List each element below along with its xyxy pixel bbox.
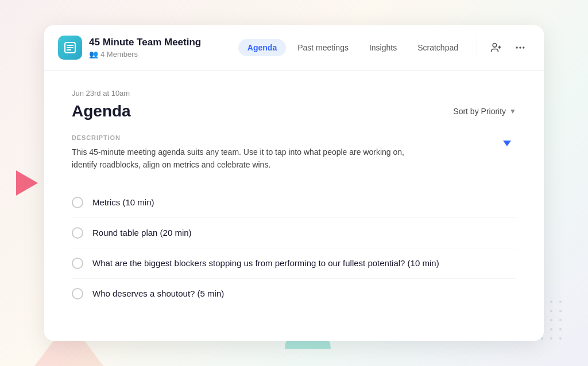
description-label: DESCRIPTION — [72, 134, 516, 141]
svg-point-4 — [493, 44, 497, 48]
members-icon: 👥 — [89, 50, 98, 59]
agenda-item-4[interactable]: Who deserves a shoutout? (5 min) — [72, 279, 516, 309]
svg-point-8 — [519, 46, 521, 48]
tab-scratchpad[interactable]: Scratchpad — [408, 39, 467, 56]
item-label-3: What are the biggest blockers stopping u… — [92, 258, 439, 268]
svg-point-7 — [516, 46, 518, 48]
play-icon — [16, 170, 38, 196]
meeting-members: 👥 4 Members — [89, 50, 238, 59]
agenda-item-3[interactable]: What are the biggest blockers stopping u… — [72, 248, 516, 279]
more-options-button[interactable] — [510, 38, 530, 57]
description-text: This 45-minute meeting agenda suits any … — [72, 146, 428, 172]
members-count-label: 4 Members — [100, 50, 138, 59]
meeting-info: 45 Minute Team Meeting 👥 4 Members — [89, 37, 238, 58]
agenda-item-1[interactable]: Metrics (10 min) — [72, 188, 516, 218]
sort-arrow-icon: ▼ — [509, 107, 516, 115]
meeting-title: 45 Minute Team Meeting — [89, 37, 238, 48]
sort-label: Sort by Priority — [453, 107, 506, 116]
item-label-1: Metrics (10 min) — [92, 197, 154, 207]
item-radio-4[interactable] — [72, 288, 83, 299]
nav-tabs: Agenda Past meetings Insights Scratchpad — [238, 39, 467, 56]
svg-point-9 — [523, 46, 524, 48]
agenda-title: Agenda — [72, 102, 131, 120]
item-label-4: Who deserves a shoutout? (5 min) — [92, 289, 224, 298]
card-header: 45 Minute Team Meeting 👥 4 Members Agend… — [44, 25, 544, 71]
agenda-items-list: Metrics (10 min) Round table plan (20 mi… — [72, 188, 516, 309]
header-actions — [477, 38, 530, 57]
tab-past-meetings[interactable]: Past meetings — [288, 39, 358, 56]
filter-icon[interactable] — [498, 134, 516, 153]
filter-triangle-shape — [503, 141, 511, 146]
main-card: 45 Minute Team Meeting 👥 4 Members Agend… — [44, 25, 544, 341]
agenda-header: Agenda Sort by Priority ▼ — [72, 102, 516, 120]
tab-agenda[interactable]: Agenda — [238, 39, 286, 56]
app-icon — [58, 36, 82, 60]
main-content: Jun 23rd at 10am Agenda Sort by Priority… — [44, 71, 544, 332]
item-radio-2[interactable] — [72, 227, 83, 239]
item-label-2: Round table plan (20 min) — [92, 228, 192, 237]
agenda-item-2[interactable]: Round table plan (20 min) — [72, 218, 516, 248]
item-radio-3[interactable] — [72, 258, 83, 269]
meeting-date: Jun 23rd at 10am — [72, 89, 516, 98]
sort-control[interactable]: Sort by Priority ▼ — [453, 107, 516, 116]
description-section: DESCRIPTION This 45-minute meeting agend… — [72, 134, 516, 172]
item-radio-1[interactable] — [72, 197, 83, 208]
tab-insights[interactable]: Insights — [360, 39, 406, 56]
add-member-button[interactable] — [486, 38, 506, 57]
